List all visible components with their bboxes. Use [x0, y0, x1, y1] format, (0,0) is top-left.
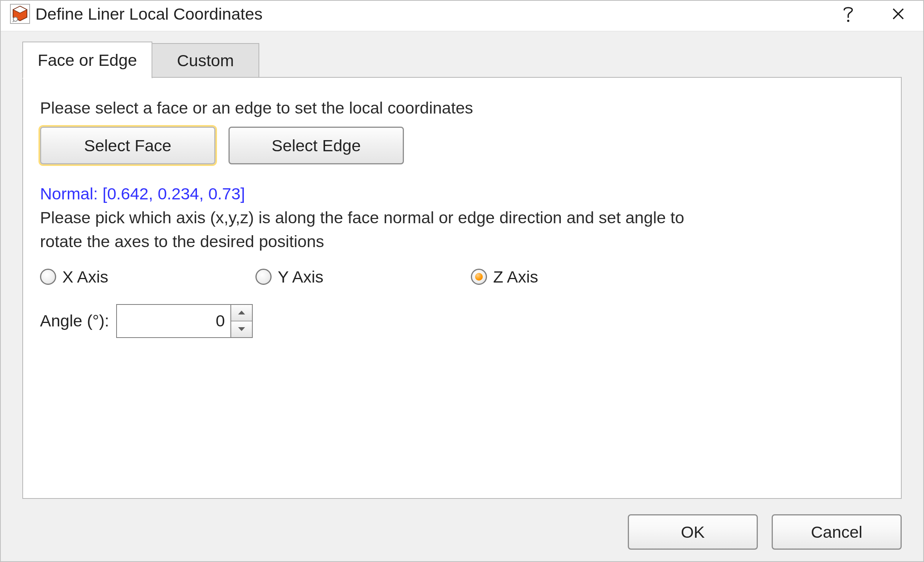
instruction-axis: Please pick which axis (x,y,z) is along … [40, 206, 725, 254]
button-label: Cancel [811, 523, 862, 542]
spin-up-button[interactable] [231, 305, 252, 321]
help-button[interactable] [831, 3, 866, 25]
tab-strip: Face or Edge Custom [22, 42, 902, 78]
button-label: Select Face [84, 136, 171, 155]
radio-indicator [40, 269, 56, 285]
svg-marker-8 [238, 311, 245, 314]
angle-input[interactable] [117, 305, 230, 337]
app-icon [10, 4, 30, 24]
axis-radio-group: X Axis Y Axis Z Axis [40, 268, 884, 286]
select-edge-button[interactable]: Select Edge [228, 127, 404, 164]
radio-label: X Axis [62, 268, 108, 286]
titlebar: Define Liner Local Coordinates [1, 1, 923, 31]
svg-point-5 [847, 20, 849, 22]
radio-label: Y Axis [278, 268, 324, 286]
button-label: Select Edge [272, 136, 361, 155]
define-liner-local-coordinates-dialog: Define Liner Local Coordinates Face or E… [0, 0, 924, 562]
select-buttons-row: Select Face Select Edge [40, 127, 884, 164]
dialog-footer: OK Cancel [22, 499, 902, 550]
dialog-title: Define Liner Local Coordinates [35, 5, 816, 23]
radio-label: Z Axis [493, 268, 538, 286]
radio-indicator [255, 269, 272, 285]
tab-custom[interactable]: Custom [152, 43, 259, 78]
instruction-select: Please select a face or an edge to set t… [40, 99, 884, 117]
radio-x-axis[interactable]: X Axis [40, 268, 255, 286]
radio-indicator [471, 269, 487, 285]
radio-y-axis[interactable]: Y Axis [255, 268, 471, 286]
angle-label: Angle (°): [40, 311, 109, 330]
tab-panel-face-or-edge: Please select a face or an edge to set t… [22, 77, 902, 499]
tab-face-or-edge[interactable]: Face or Edge [22, 42, 152, 79]
radio-z-axis[interactable]: Z Axis [471, 268, 538, 286]
angle-spinbox [116, 304, 253, 338]
angle-row: Angle (°): [40, 304, 884, 338]
svg-marker-9 [238, 327, 245, 331]
close-button[interactable] [881, 3, 916, 25]
select-face-button[interactable]: Select Face [40, 127, 215, 164]
ok-button[interactable]: OK [628, 514, 758, 550]
spin-buttons [230, 305, 252, 337]
normal-vector-display: Normal: [0.642, 0.234, 0.73] [40, 184, 884, 203]
tab-label: Custom [177, 51, 234, 70]
spin-down-button[interactable] [231, 321, 252, 337]
tab-label: Face or Edge [38, 51, 137, 70]
dialog-body: Face or Edge Custom Please select a face… [1, 31, 923, 561]
button-label: OK [681, 523, 705, 542]
cancel-button[interactable]: Cancel [772, 514, 902, 550]
